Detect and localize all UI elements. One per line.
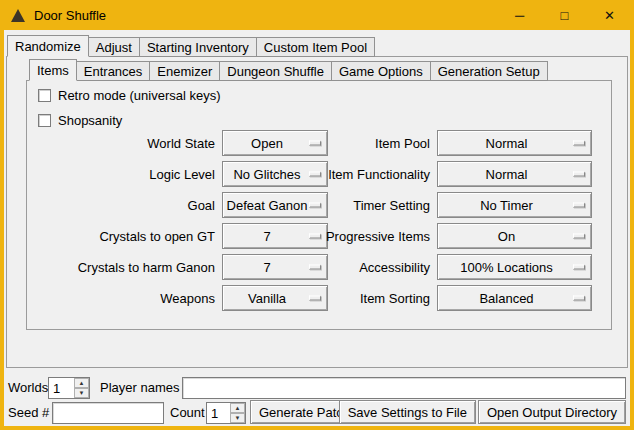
retro-mode-checkbox[interactable] xyxy=(38,89,51,102)
crystals-ganon-row: Crystals to harm Ganon 7 xyxy=(24,254,328,280)
progressive-items-value: On xyxy=(498,229,515,244)
worlds-spinbox[interactable]: 1 ▲ ▼ xyxy=(48,377,90,399)
shopsanity-row: Shopsanity xyxy=(38,112,122,128)
window-title: Door Shuffle xyxy=(34,8,106,23)
logic-level-label: Logic Level xyxy=(24,167,215,182)
spin-down-icon[interactable]: ▼ xyxy=(74,388,89,398)
worlds-spin-arrows: ▲ ▼ xyxy=(74,378,89,398)
spin-up-icon[interactable]: ▲ xyxy=(230,403,245,413)
randomize-tab-bar: Items Entrances Enemizer Dungeon Shuffle… xyxy=(29,59,547,81)
retro-mode-label: Retro mode (universal keys) xyxy=(58,88,221,103)
progressive-items-dropdown[interactable]: On xyxy=(437,223,592,249)
item-functionality-dropdown[interactable]: Normal xyxy=(437,161,592,187)
weapons-label: Weapons xyxy=(24,291,215,306)
item-sorting-row: Item Sorting Balanced xyxy=(284,285,592,311)
timer-setting-label: Timer Setting xyxy=(284,198,430,213)
timer-setting-dropdown[interactable]: No Timer xyxy=(437,192,592,218)
minimize-button[interactable]: ─ xyxy=(497,0,542,30)
worlds-value: 1 xyxy=(49,378,74,398)
settings-button-group: Save Settings to File Open Output Direct… xyxy=(339,400,626,424)
count-spinbox[interactable]: 1 ▲ ▼ xyxy=(206,402,246,424)
title-bar[interactable]: Door Shuffle ─ □ ✕ xyxy=(0,0,634,30)
item-pool-label: Item Pool xyxy=(284,136,430,151)
seed-input[interactable] xyxy=(52,402,164,424)
dropdown-indicator-icon xyxy=(573,296,585,301)
crystals-gt-label: Crystals to open GT xyxy=(24,229,215,244)
retro-mode-row: Retro mode (universal keys) xyxy=(38,87,221,103)
item-sorting-dropdown[interactable]: Balanced xyxy=(437,285,592,311)
item-pool-value: Normal xyxy=(486,136,528,151)
close-button[interactable]: ✕ xyxy=(587,0,632,30)
weapons-value: Vanilla xyxy=(248,291,286,306)
item-functionality-label: Item Functionality xyxy=(284,167,430,182)
accessibility-value: 100% Locations xyxy=(460,260,553,275)
tab-dungeon-shuffle[interactable]: Dungeon Shuffle xyxy=(219,61,332,81)
item-sorting-label: Item Sorting xyxy=(284,291,430,306)
main-tab-bar: Randomize Adjust Starting Inventory Cust… xyxy=(7,35,374,57)
open-output-directory-button[interactable]: Open Output Directory xyxy=(478,400,626,424)
spin-up-icon[interactable]: ▲ xyxy=(74,378,89,388)
app-icon xyxy=(10,7,26,23)
tab-enemizer[interactable]: Enemizer xyxy=(149,61,220,81)
spin-down-icon[interactable]: ▼ xyxy=(230,413,245,423)
logic-level-row: Logic Level No Glitches xyxy=(24,161,328,187)
shopsanity-checkbox[interactable] xyxy=(38,114,51,127)
item-pool-row: Item Pool Normal xyxy=(284,130,592,156)
player-names-input[interactable] xyxy=(182,377,626,399)
progressive-items-row: Progressive Items On xyxy=(284,223,592,249)
world-state-value: Open xyxy=(251,136,283,151)
item-pool-dropdown[interactable]: Normal xyxy=(437,130,592,156)
save-settings-button[interactable]: Save Settings to File xyxy=(339,400,476,424)
weapons-row: Weapons Vanilla xyxy=(24,285,328,311)
player-names-label: Player names xyxy=(100,377,179,399)
item-functionality-value: Normal xyxy=(486,167,528,182)
seed-label: Seed # xyxy=(8,402,49,424)
dropdown-indicator-icon xyxy=(573,203,585,208)
tab-starting-inventory[interactable]: Starting Inventory xyxy=(139,37,257,57)
window-content: Randomize Adjust Starting Inventory Cust… xyxy=(4,30,630,426)
tab-custom-item-pool[interactable]: Custom Item Pool xyxy=(256,37,375,57)
item-sorting-value: Balanced xyxy=(479,291,533,306)
world-state-label: World State xyxy=(24,136,215,151)
timer-setting-value: No Timer xyxy=(480,198,533,213)
tab-adjust[interactable]: Adjust xyxy=(88,37,140,57)
count-value: 1 xyxy=(207,403,230,423)
window-controls: ─ □ ✕ xyxy=(497,0,632,30)
tab-game-options[interactable]: Game Options xyxy=(331,61,431,81)
count-label: Count xyxy=(170,402,205,424)
crystals-gt-row: Crystals to open GT 7 xyxy=(24,223,328,249)
maximize-button[interactable]: □ xyxy=(542,0,587,30)
timer-setting-row: Timer Setting No Timer xyxy=(284,192,592,218)
crystals-gt-value: 7 xyxy=(263,229,270,244)
tab-randomize[interactable]: Randomize xyxy=(7,35,89,57)
accessibility-row: Accessibility 100% Locations xyxy=(284,254,592,280)
accessibility-dropdown[interactable]: 100% Locations xyxy=(437,254,592,280)
accessibility-label: Accessibility xyxy=(284,260,430,275)
crystals-ganon-value: 7 xyxy=(263,260,270,275)
dropdown-indicator-icon xyxy=(573,141,585,146)
count-spin-arrows: ▲ ▼ xyxy=(230,403,245,423)
tab-generation-setup[interactable]: Generation Setup xyxy=(430,61,548,81)
goal-label: Goal xyxy=(24,198,215,213)
crystals-ganon-label: Crystals to harm Ganon xyxy=(24,260,215,275)
shopsanity-label: Shopsanity xyxy=(58,113,122,128)
dropdown-indicator-icon xyxy=(573,265,585,270)
dropdown-indicator-icon xyxy=(573,172,585,177)
tab-entrances[interactable]: Entrances xyxy=(76,61,151,81)
world-state-row: World State Open xyxy=(24,130,328,156)
app-window: Door Shuffle ─ □ ✕ Randomize Adjust Star… xyxy=(0,0,634,430)
goal-row: Goal Defeat Ganon xyxy=(24,192,328,218)
dropdown-indicator-icon xyxy=(573,234,585,239)
item-functionality-row: Item Functionality Normal xyxy=(284,161,592,187)
worlds-label: Worlds xyxy=(8,377,48,399)
tab-items[interactable]: Items xyxy=(29,59,77,81)
progressive-items-label: Progressive Items xyxy=(284,229,430,244)
